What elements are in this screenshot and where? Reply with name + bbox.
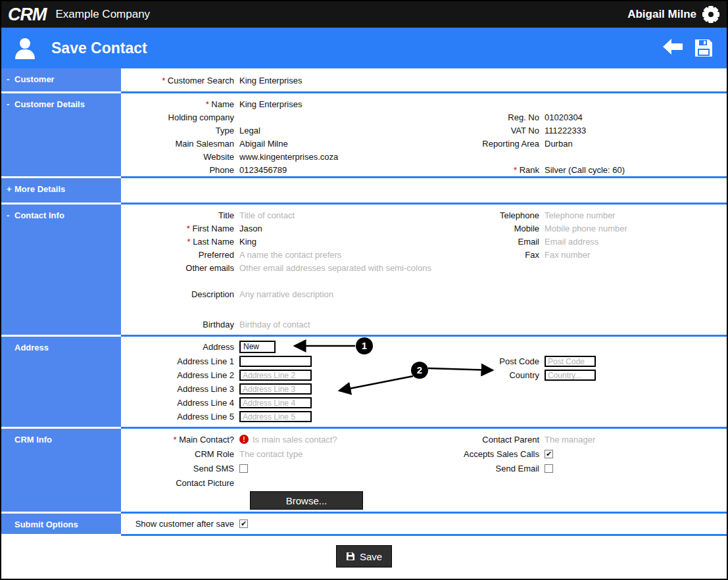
address-line-1-input[interactable] (239, 356, 312, 367)
expand-indicator: + (7, 184, 14, 194)
crm-logo: CRM (8, 5, 47, 25)
description-input[interactable] (239, 289, 437, 299)
address-selector[interactable]: New (239, 341, 276, 353)
send-sms-label: Send SMS (121, 464, 239, 473)
send-sms-checkbox[interactable] (239, 464, 248, 473)
mobile-label: Mobile (435, 224, 545, 233)
website-input[interactable] (239, 152, 437, 162)
sidebar-item-label: Address (14, 343, 49, 352)
reg-no-input[interactable] (545, 112, 656, 122)
section-contact-info: Title First Name Last Name Preferred (121, 205, 727, 337)
main-contact-label: Main Contact? (121, 435, 239, 445)
address-line-3-input[interactable] (239, 383, 312, 395)
type-label: Type (121, 126, 239, 135)
sidebar-item-label: More Details (14, 184, 65, 194)
customer-search-input[interactable] (239, 76, 437, 85)
fax-label: Fax (435, 250, 545, 260)
sidebar-item-address[interactable]: Address (1, 337, 121, 429)
other-emails-input[interactable] (239, 263, 443, 273)
birthday-input[interactable] (239, 320, 437, 329)
save-button-label: Save (360, 551, 382, 562)
reporting-area-input[interactable] (545, 139, 656, 149)
vat-no-label: VAT No (435, 126, 545, 135)
send-email-checkbox[interactable] (545, 464, 553, 473)
holding-company-label: Holding company (121, 112, 239, 122)
save-icon[interactable] (694, 38, 715, 58)
title-label: Title (121, 210, 239, 220)
telephone-label: Telephone (435, 210, 545, 220)
address-line-5-input[interactable] (239, 411, 312, 422)
address-line-2-label: Address Line 2 (121, 370, 239, 380)
reporting-area-label: Reporting Area (435, 139, 545, 149)
section-more-details (121, 178, 727, 205)
collapse-indicator: - (7, 99, 14, 109)
country-label: Country (435, 370, 545, 380)
preferred-input[interactable] (239, 250, 437, 260)
name-input[interactable] (239, 99, 437, 109)
vat-no-input[interactable] (545, 126, 656, 135)
collapse-indicator: - (7, 74, 14, 84)
website-label: Website (121, 152, 239, 162)
show-customer-after-save-checkbox[interactable] (239, 520, 248, 528)
first-name-input[interactable] (239, 224, 437, 233)
telephone-input[interactable] (545, 210, 656, 220)
sidebar-item-customer-details[interactable]: -Customer Details (1, 93, 121, 178)
crm-app: CRM Example Company Abigail Milne (0, 0, 728, 580)
sidebar-item-customer[interactable]: -Customer (1, 68, 121, 93)
first-name-label: First Name (121, 224, 239, 233)
accepts-sales-calls-checkbox[interactable] (545, 450, 553, 458)
section-customer: Customer Search (121, 68, 727, 93)
address-line-5-label: Address Line 5 (121, 412, 239, 422)
contact-parent-input[interactable] (545, 435, 656, 445)
sidebar-item-contact-info[interactable]: -Contact Info (1, 205, 121, 337)
gear-icon[interactable] (702, 5, 720, 24)
phone-input[interactable] (239, 165, 437, 175)
address-line-2-input[interactable] (239, 370, 312, 381)
post-code-input[interactable] (545, 356, 596, 367)
sidebar-item-label: Customer Details (14, 99, 85, 109)
browse-button[interactable]: Browse... (250, 491, 363, 510)
titlebar-icons (662, 38, 715, 58)
last-name-input[interactable] (239, 237, 437, 247)
show-customer-after-save-label: Show customer after save (121, 519, 239, 529)
section-crm-info: Main Contact? CRM Role Send SMS Contact … (121, 429, 727, 514)
alert-icon (239, 435, 249, 444)
rank-label: Rank (435, 165, 545, 175)
holding-company-input[interactable] (239, 112, 437, 122)
back-icon[interactable] (662, 38, 683, 58)
sidebar-item-crm-info[interactable]: CRM Info (1, 429, 121, 514)
sidebar-item-more-details[interactable]: +More Details (1, 178, 121, 205)
collapse-indicator: - (7, 210, 14, 220)
crm-role-input[interactable] (239, 449, 437, 459)
mobile-input[interactable] (545, 224, 656, 233)
description-label: Description (121, 289, 239, 299)
address-line-4-input[interactable] (239, 397, 312, 408)
fax-input[interactable] (545, 250, 656, 260)
type-value[interactable]: Legal (239, 126, 260, 135)
sidebar-item-label: Customer (14, 74, 55, 84)
footer: Save (1, 536, 727, 579)
save-button-floppy-icon (346, 552, 355, 561)
rank-value[interactable]: Silver (Call cycle: 60) (545, 165, 625, 175)
send-email-label: Send Email (435, 464, 545, 473)
address-selector-label: Address (121, 342, 239, 352)
email-input[interactable] (545, 237, 656, 247)
country-input[interactable] (545, 370, 596, 381)
save-button[interactable]: Save (336, 545, 392, 568)
main-salesman-input[interactable] (239, 139, 437, 149)
section-customer-details: Name Holding company Type Legal Main Sal… (121, 93, 727, 178)
contact-picture-label: Contact Picture (121, 478, 239, 488)
sidebar-item-label: CRM Info (14, 435, 52, 445)
accepts-sales-calls-label: Accepts Sales Calls (435, 449, 545, 459)
reg-no-label: Reg. No (435, 112, 545, 122)
address-line-3-label: Address Line 3 (121, 384, 239, 394)
title-input[interactable] (239, 210, 437, 220)
address-line-4-label: Address Line 4 (121, 398, 239, 408)
birthday-label: Birthday (121, 320, 239, 329)
sidebar-item-submit-options[interactable]: Submit Options (1, 514, 121, 536)
section-address: Address New Address Line 1 Address Line … (121, 337, 727, 429)
contact-person-icon (13, 36, 37, 60)
main-contact-input[interactable] (253, 435, 384, 445)
address-line-1-label: Address Line 1 (121, 356, 239, 366)
other-emails-label: Other emails (121, 263, 239, 273)
